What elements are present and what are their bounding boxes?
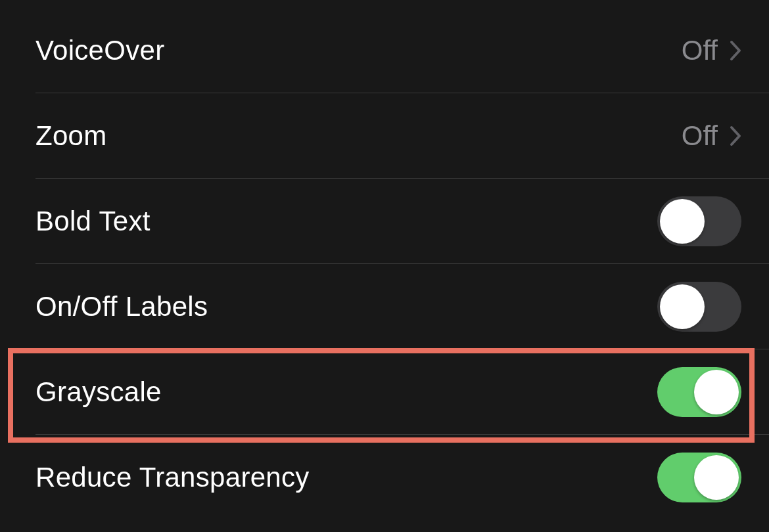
voiceover-label: VoiceOver <box>35 35 164 66</box>
zoom-row[interactable]: Zoom Off <box>0 93 769 179</box>
grayscale-label: Grayscale <box>35 376 162 408</box>
accessibility-settings-list: VoiceOver Off Zoom Off Bold Text <box>0 8 769 520</box>
reduce-transparency-row: Reduce Transparency <box>0 435 769 520</box>
bold-text-label: Bold Text <box>35 206 151 237</box>
chevron-right-icon <box>730 125 741 146</box>
grayscale-toggle[interactable] <box>657 367 741 417</box>
voiceover-row[interactable]: VoiceOver Off <box>0 8 769 93</box>
toggle-knob <box>660 199 705 244</box>
onoff-labels-right <box>657 282 741 332</box>
zoom-label: Zoom <box>35 120 107 152</box>
onoff-labels-toggle[interactable] <box>657 282 741 332</box>
chevron-right-icon <box>730 40 741 61</box>
bold-text-right <box>657 196 741 246</box>
voiceover-right: Off <box>682 35 741 66</box>
reduce-transparency-label: Reduce Transparency <box>35 462 310 493</box>
onoff-labels-row: On/Off Labels <box>0 264 769 349</box>
toggle-knob <box>694 455 739 500</box>
grayscale-right <box>657 367 741 417</box>
toggle-knob <box>694 370 739 414</box>
toggle-knob <box>660 284 705 329</box>
onoff-labels-label: On/Off Labels <box>35 291 208 322</box>
voiceover-value: Off <box>682 35 718 66</box>
zoom-right: Off <box>682 120 741 152</box>
zoom-value: Off <box>682 120 718 152</box>
bold-text-row: Bold Text <box>0 179 769 264</box>
reduce-transparency-right <box>657 453 741 502</box>
bold-text-toggle[interactable] <box>657 196 741 246</box>
grayscale-row: Grayscale <box>0 349 769 435</box>
reduce-transparency-toggle[interactable] <box>657 453 741 502</box>
